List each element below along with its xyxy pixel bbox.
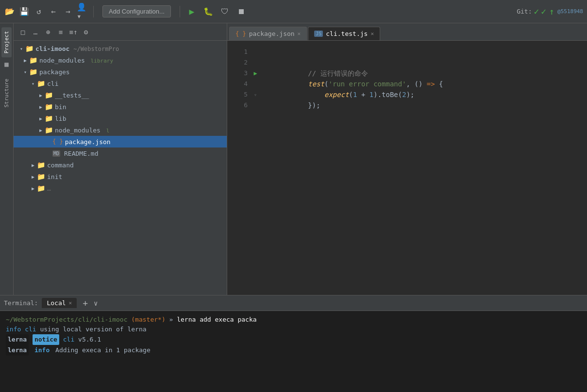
list-item[interactable]: { } package.json (14, 136, 227, 147)
tree-item-label: README.md (64, 150, 223, 157)
add-configuration-button[interactable]: Add Configuration... (102, 5, 171, 17)
folder-icon: 📁 (37, 173, 45, 180)
tab-label-package-json: package.json (249, 30, 295, 37)
line-num-6: 6 (231, 100, 248, 111)
folder-icon: 📁 (45, 91, 53, 99)
tree-item-label: packages (39, 68, 223, 76)
terminal-command: lerna add execa packa (177, 315, 256, 325)
tree-item-label: cli (47, 80, 223, 87)
list-item[interactable]: ▶ 📁 node_modules l (14, 124, 227, 136)
terminal-content[interactable]: ~/WebstormProjects/cli/cli-imooc (master… (0, 311, 587, 392)
terminal-dropdown-icon[interactable]: ∨ (94, 299, 98, 307)
sidebar-item-structure[interactable]: Structure (1, 75, 12, 112)
list-item[interactable]: ▶ 📁 bin (14, 101, 227, 113)
save-icon[interactable]: 💾 (18, 6, 30, 17)
folder-icon: 📁 (29, 68, 37, 76)
sidebar-item-project[interactable]: Project (1, 27, 12, 57)
fold-marker-6 (252, 100, 259, 111)
debug-button[interactable]: 🐛 (201, 5, 215, 18)
tree-item-label: node_modules l (55, 127, 223, 134)
list-item[interactable]: ▶ 📁 init (14, 171, 227, 182)
stop-button[interactable]: ⏹ (235, 5, 248, 18)
refresh-icon[interactable]: ↺ (33, 6, 45, 17)
list-item[interactable]: ▶ 📁 lib (14, 113, 227, 124)
list-item[interactable]: ▶ 📁 command (14, 159, 227, 171)
json-file-icon: { } (52, 138, 63, 145)
tree-tool-square-icon[interactable]: □ (17, 27, 28, 37)
chevron-down-icon: ▾ (29, 80, 37, 87)
tree-item-label: command (47, 162, 223, 169)
run-test-icon[interactable]: ▶ (252, 68, 259, 79)
tab-cli-test[interactable]: JS cli.test.js ✕ (308, 27, 380, 40)
list-item[interactable]: ▶ 📁 node_modules library (14, 54, 227, 66)
back-icon[interactable]: ← (48, 6, 59, 17)
terminal-branch: (master*) (127, 315, 165, 325)
side-panel-tabs: Project ▦ Structure (0, 23, 14, 295)
terminal-add-tab-icon[interactable]: + (81, 298, 90, 308)
tree-item-label: lib (55, 115, 223, 122)
git-label: Git: (517, 8, 532, 15)
tree-root-item[interactable]: ▾ 📁 cli-imooc ~/WebstormPro (14, 43, 227, 54)
folder-icon: 📁 (29, 56, 37, 64)
tree-tool-dots-icon[interactable]: … (30, 27, 41, 37)
terminal-lerna-badge: lerna (6, 334, 29, 345)
chevron-right-icon: ▶ (37, 126, 45, 134)
file-tree-toolbar: □ … ⊕ ≡ ≡↑ ⚙ (14, 23, 227, 41)
fold-gutter: ▶ ▿ (252, 41, 259, 295)
terminal-notice-cli: cli (59, 335, 74, 344)
tree-root-label: cli-imooc ~/WebstormPro (35, 45, 223, 52)
terminal-notice-version: v5.6.1 (74, 335, 101, 344)
git-push-icon[interactable]: ↗ (545, 6, 556, 17)
tree-tool-collapse-icon[interactable]: ≡ (55, 27, 66, 37)
tree-item-label: __tests__ (55, 92, 223, 99)
open-folder-icon[interactable]: 📂 (4, 6, 16, 17)
code-line-2: // 运行错误的命令 (267, 57, 579, 68)
tab-close-cli-test[interactable]: ✕ (370, 31, 374, 37)
terminal-tabs-bar: Terminal: Local ✕ + ∨ (0, 295, 587, 311)
chevron-right-icon: ▶ (21, 56, 29, 64)
git-check1-icon[interactable]: ✓ (534, 6, 539, 16)
terminal-info-text: using local version of lerna (36, 325, 147, 334)
tab-package-json[interactable]: { } package.json ✕ (229, 27, 307, 40)
terminal-tab-local-label: Local (47, 299, 66, 307)
user-icon[interactable]: 👤 ▾ (77, 6, 88, 17)
chevron-right-icon: ▶ (29, 161, 37, 169)
terminal-notice-badge: notice (33, 334, 59, 345)
folder-icon: 📁 (37, 161, 45, 169)
list-item[interactable]: ▾ 📁 cli (14, 78, 227, 89)
fold-marker-5: ▿ (252, 89, 259, 100)
chevron-right-icon: ▶ (29, 184, 37, 192)
git-check2-icon[interactable]: ✓ (541, 6, 546, 16)
tree-item-label: bin (55, 103, 223, 111)
terminal-line-prompt: ~/WebstormProjects/cli/cli-imooc (master… (6, 315, 581, 325)
toolbar-separator (93, 6, 94, 17)
forward-icon[interactable]: → (62, 6, 74, 17)
json-tab-icon: { } (235, 31, 246, 37)
line-num-4: 4 (231, 79, 248, 89)
terminal-tab-local[interactable]: Local ✕ (42, 298, 77, 308)
folder-icon: 📁 (25, 45, 34, 52)
terminal-adding-text: Adding execa in 1 package (51, 345, 151, 355)
fold-marker-1 (252, 47, 259, 57)
tab-close-package-json[interactable]: ✕ (298, 31, 301, 37)
editor-area: { } package.json ✕ JS cli.test.js ✕ 1 2 … (227, 23, 587, 295)
list-item[interactable]: ▾ 📁 packages (14, 66, 227, 78)
sidebar-structure-icon[interactable]: ▦ (2, 59, 12, 69)
tree-item-label: … (47, 185, 223, 192)
tree-tool-expand-icon[interactable]: ≡↑ (68, 27, 79, 37)
folder-icon: 📁 (45, 126, 53, 134)
coverage-button[interactable]: 🛡 (218, 5, 232, 18)
tree-tool-add-icon[interactable]: ⊕ (43, 27, 53, 37)
list-item[interactable]: MD README.md (14, 147, 227, 159)
list-item[interactable]: ▶ 📁 … (14, 182, 227, 194)
file-tree-panel: □ … ⊕ ≡ ≡↑ ⚙ ▾ 📁 cli-imooc ~/WebstormPro… (14, 23, 227, 295)
md-file-icon: MD (52, 150, 60, 157)
line-numbers: 1 2 3 4 5 6 (227, 41, 252, 295)
code-editor[interactable]: // 运行错误的命令 test('run error command', () … (259, 41, 587, 295)
tree-tool-settings-icon[interactable]: ⚙ (81, 27, 91, 37)
run-button[interactable]: ▶ (185, 5, 199, 18)
list-item[interactable]: ▶ 📁 __tests__ (14, 89, 227, 101)
folder-icon: 📁 (45, 103, 53, 111)
terminal-line-adding: lerna info Adding execa in 1 package (6, 345, 581, 356)
terminal-tab-close-icon[interactable]: ✕ (69, 300, 72, 306)
